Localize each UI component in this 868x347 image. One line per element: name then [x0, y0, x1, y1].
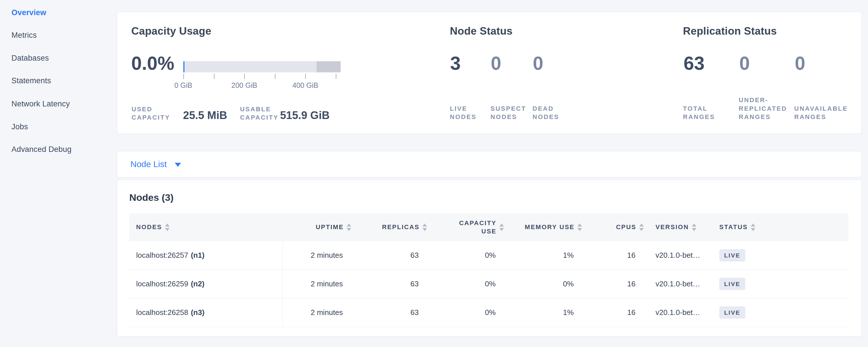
column-header-status[interactable]: STATUS — [717, 213, 848, 241]
nodes-section-title: Nodes (3) — [129, 192, 174, 203]
status-cell: LIVE — [717, 298, 848, 327]
column-label: VERSION — [655, 223, 689, 231]
replication-numbers: 63 0 0 — [684, 52, 861, 75]
dead-nodes-count: 0 — [533, 52, 573, 75]
cpus-cell: 16 — [582, 241, 655, 270]
column-header-version[interactable]: VERSION — [655, 213, 717, 241]
column-label: NODES — [136, 223, 162, 231]
sort-arrows-icon[interactable] — [751, 223, 755, 231]
memory-use-cell: 1% — [504, 241, 582, 270]
sidebar-item-metrics[interactable]: Metrics — [11, 31, 37, 40]
replicas-cell: 63 — [351, 241, 427, 270]
sort-arrows-icon[interactable] — [165, 223, 169, 231]
capacity-gauge-bar — [183, 61, 341, 72]
sort-arrows-icon[interactable] — [347, 223, 351, 231]
sidebar-item-statements[interactable]: Statements — [11, 76, 51, 85]
status-cell: LIVE — [717, 241, 848, 270]
used-capacity-label: USED CAPACITY — [131, 105, 183, 122]
sort-arrows-icon[interactable] — [499, 223, 504, 231]
sidebar-item-network-latency[interactable]: Network Latency — [11, 99, 70, 108]
node-host: localhost:26259 — [136, 280, 188, 288]
version-cell: v20.1.0-bet… — [655, 241, 717, 270]
table-row[interactable]: localhost:26258 (n3) 2 minutes 63 0% 1% … — [129, 298, 848, 327]
nodes-table-card: Nodes (3) NODES UPTIME REPLICAS CAPACITY… — [117, 180, 862, 337]
unavailable-ranges-count: 0 — [795, 52, 861, 75]
usable-capacity-label: USABLE CAPACITY — [240, 105, 280, 122]
under-replicated-ranges-label: UNDER- REPLICATED RANGES — [739, 96, 794, 121]
capacity-gauge-other-segment — [317, 61, 341, 72]
live-nodes-count: 3 — [450, 52, 491, 75]
sidebar-item-overview[interactable]: Overview — [11, 8, 46, 17]
capacity-use-cell: 0% — [427, 241, 504, 270]
suspect-nodes-label: SUSPECT NODES — [491, 104, 532, 121]
column-header-uptime[interactable]: UPTIME — [283, 213, 351, 241]
uptime-cell: 2 minutes — [283, 298, 351, 327]
capacity-gauge-axis: 0 GiB 200 GiB 400 GiB — [183, 74, 341, 99]
unavailable-ranges-label: UNAVAILABLE RANGES — [794, 104, 860, 121]
node-status-title: Node Status — [450, 25, 513, 38]
node-address-cell[interactable]: localhost:26258 (n3) — [129, 298, 283, 327]
node-id: (n3) — [191, 308, 205, 317]
table-header-row: NODES UPTIME REPLICAS CAPACITY USE MEMOR… — [129, 213, 848, 241]
status-badge: LIVE — [719, 306, 745, 319]
uptime-cell: 2 minutes — [283, 241, 351, 270]
version-cell: v20.1.0-bet… — [655, 270, 717, 298]
sidebar-item-databases[interactable]: Databases — [11, 54, 49, 63]
axis-tick — [336, 74, 336, 79]
sort-arrows-icon[interactable] — [692, 223, 696, 231]
under-replicated-ranges-count: 0 — [739, 52, 795, 75]
nodes-table: NODES UPTIME REPLICAS CAPACITY USE MEMOR… — [129, 213, 848, 327]
cpus-cell: 16 — [582, 270, 655, 298]
status-badge: LIVE — [719, 278, 745, 290]
node-host: localhost:26257 — [136, 251, 188, 260]
capacity-stats-row: USED CAPACITY 25.5 MiB USABLE CAPACITY 5… — [131, 105, 338, 122]
column-header-nodes[interactable]: NODES — [129, 213, 283, 241]
replication-status-title: Replication Status — [683, 25, 777, 38]
column-label: MEMORY USE — [525, 223, 575, 231]
sidebar-item-jobs[interactable]: Jobs — [11, 122, 28, 131]
dead-nodes-label: DEAD NODES — [532, 104, 572, 121]
column-label: UPTIME — [316, 223, 344, 231]
column-header-memory-use[interactable]: MEMORY USE — [504, 213, 582, 241]
total-ranges-count: 63 — [684, 52, 739, 75]
suspect-nodes-count: 0 — [491, 52, 533, 75]
sort-arrows-icon[interactable] — [639, 223, 644, 231]
table-row[interactable]: localhost:26259 (n2) 2 minutes 63 0% 0% … — [129, 270, 848, 298]
axis-tick-label: 200 GiB — [231, 81, 257, 90]
cluster-summary-card: Capacity Usage 0.0% 0 GiB 200 GiB 400 Gi… — [117, 12, 862, 134]
memory-use-cell: 1% — [504, 298, 582, 327]
sidebar-item-advanced-debug[interactable]: Advanced Debug — [11, 145, 71, 154]
axis-tick — [183, 74, 184, 79]
node-id: (n1) — [191, 251, 205, 260]
node-address-cell[interactable]: localhost:26259 (n2) — [129, 270, 283, 298]
used-capacity-value: 25.5 MiB — [183, 109, 227, 122]
node-address-cell[interactable]: localhost:26257 (n1) — [129, 241, 283, 270]
axis-tick — [275, 74, 275, 79]
column-label: CAPACITY USE — [459, 219, 496, 235]
capacity-use-cell: 0% — [427, 270, 504, 298]
version-cell: v20.1.0-bet… — [655, 298, 717, 327]
capacity-use-cell: 0% — [427, 298, 504, 327]
table-row[interactable]: localhost:26257 (n1) 2 minutes 63 0% 1% … — [129, 241, 848, 270]
column-header-replicas[interactable]: REPLICAS — [351, 213, 427, 241]
sort-arrows-icon[interactable] — [578, 223, 582, 231]
capacity-used-percent: 0.0% — [131, 52, 174, 75]
sort-arrows-icon[interactable] — [423, 223, 427, 231]
capacity-usage-title: Capacity Usage — [131, 25, 211, 38]
column-label: CPUS — [616, 223, 637, 231]
live-nodes-label: LIVE NODES — [450, 104, 491, 121]
replicas-cell: 63 — [351, 298, 427, 327]
status-badge: LIVE — [719, 249, 745, 261]
node-status-labels: LIVE NODES SUSPECT NODES DEAD NODES — [450, 104, 572, 121]
chevron-down-icon — [175, 163, 181, 167]
status-cell: LIVE — [717, 270, 848, 298]
uptime-cell: 2 minutes — [283, 270, 351, 298]
view-selector-card: Node List — [117, 151, 862, 177]
capacity-gauge-used-segment — [183, 61, 184, 72]
column-header-capacity-use[interactable]: CAPACITY USE — [427, 213, 504, 241]
axis-tick-label: 400 GiB — [292, 81, 318, 90]
cpus-cell: 16 — [582, 298, 655, 327]
replicas-cell: 63 — [351, 270, 427, 298]
column-header-cpus[interactable]: CPUS — [582, 213, 655, 241]
node-list-dropdown[interactable]: Node List — [117, 151, 861, 177]
